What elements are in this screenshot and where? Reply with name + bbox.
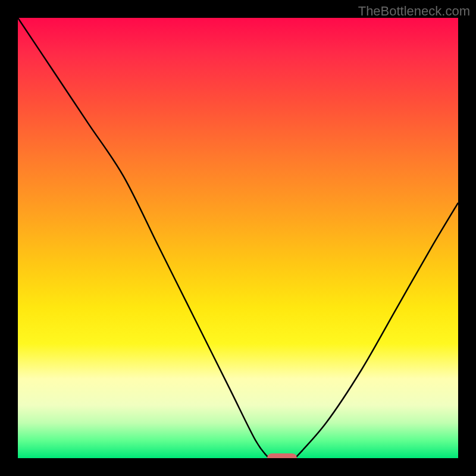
left-curve-line: [18, 18, 269, 458]
chart-plot-area: [18, 18, 458, 458]
watermark-label: TheBottleneck.com: [358, 4, 470, 19]
optimal-marker: [267, 453, 297, 458]
chart-curve-svg: [18, 18, 458, 458]
right-curve-line: [295, 203, 458, 458]
